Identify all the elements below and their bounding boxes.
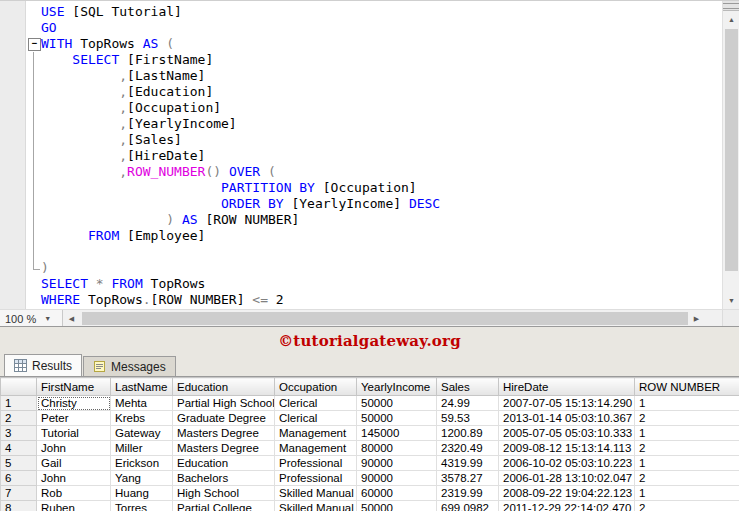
table-row: 2PeterKrebsGraduate DegreeClerical500005… xyxy=(1,411,739,426)
grid-cell[interactable]: 59.53 xyxy=(437,411,499,426)
grid-cell[interactable]: Yang xyxy=(111,471,173,486)
grid-cell[interactable]: 24.99 xyxy=(437,396,499,411)
grid-cell[interactable]: Clerical xyxy=(275,411,357,426)
grid-cell[interactable]: 1 xyxy=(635,396,739,411)
grid-cell[interactable]: 2008-09-22 19:04:22.123 xyxy=(499,486,635,501)
grid-cell[interactable]: 2 xyxy=(635,411,739,426)
grid-cell[interactable]: 2006-01-28 13:10:02.047 xyxy=(499,471,635,486)
grid-cell[interactable]: 60000 xyxy=(357,486,437,501)
grid-cell[interactable]: 80000 xyxy=(357,441,437,456)
grid-cell[interactable]: John xyxy=(37,471,111,486)
vertical-scrollbar-thumb[interactable] xyxy=(725,29,738,271)
horizontal-scrollbar[interactable]: 100 % ▼ ◀ ▶ xyxy=(0,309,739,326)
row-number-cell[interactable]: 6 xyxy=(1,471,37,486)
column-header[interactable]: LastName xyxy=(111,378,173,396)
row-number-cell[interactable]: 1 xyxy=(1,396,37,411)
code-line xyxy=(0,244,722,260)
grid-cell[interactable]: 145000 xyxy=(357,426,437,441)
row-number-cell[interactable]: 4 xyxy=(1,441,37,456)
row-number-cell[interactable]: 8 xyxy=(1,501,37,511)
grid-cell[interactable]: Mehta xyxy=(111,396,173,411)
grid-cell[interactable]: Skilled Manual xyxy=(275,501,357,511)
grid-cell[interactable]: 3578.27 xyxy=(437,471,499,486)
grid-cell[interactable]: Ruben xyxy=(37,501,111,511)
table-row: 5GailEricksonEducationProfessional900004… xyxy=(1,456,739,471)
grid-cell[interactable]: 699.0982 xyxy=(437,501,499,511)
grid-cell[interactable]: 90000 xyxy=(357,471,437,486)
column-header[interactable]: Occupation xyxy=(275,378,357,396)
grid-cell[interactable]: 2 xyxy=(635,471,739,486)
grid-cell[interactable]: Skilled Manual xyxy=(275,486,357,501)
grid-cell[interactable]: Partial College xyxy=(173,501,275,511)
grid-cell[interactable]: 4319.99 xyxy=(437,456,499,471)
grid-cell[interactable]: 50000 xyxy=(357,501,437,511)
column-header[interactable] xyxy=(1,378,37,396)
row-number-cell[interactable]: 5 xyxy=(1,456,37,471)
column-header[interactable]: Education xyxy=(173,378,275,396)
grid-cell[interactable]: 2013-01-14 05:03:10.367 xyxy=(499,411,635,426)
grid-cell[interactable]: 2009-08-12 15:13:14.113 xyxy=(499,441,635,456)
grid-cell[interactable]: 1 xyxy=(635,456,739,471)
grid-cell[interactable]: 1 xyxy=(635,486,739,501)
grid-cell[interactable]: Peter xyxy=(37,411,111,426)
grid-cell[interactable]: Christy xyxy=(37,396,111,411)
zoom-control[interactable]: 100 % ▼ xyxy=(0,310,63,327)
scroll-up-icon[interactable]: ▲ xyxy=(723,11,739,28)
grid-cell[interactable]: 2011-12-29 22:14:02.470 xyxy=(499,501,635,511)
grid-cell[interactable]: Management xyxy=(275,426,357,441)
grid-cell[interactable]: 50000 xyxy=(357,396,437,411)
grid-cell[interactable]: Masters Degree xyxy=(173,441,275,456)
row-number-cell[interactable]: 2 xyxy=(1,411,37,426)
row-number-cell[interactable]: 3 xyxy=(1,426,37,441)
grid-cell[interactable]: Professional xyxy=(275,471,357,486)
grid-cell[interactable]: 2319.99 xyxy=(437,486,499,501)
row-number-cell[interactable]: 7 xyxy=(1,486,37,501)
grid-cell[interactable]: Bachelors xyxy=(173,471,275,486)
grid-cell[interactable]: Tutorial xyxy=(37,426,111,441)
grid-cell[interactable]: 2320.49 xyxy=(437,441,499,456)
grid-cell[interactable]: 1200.89 xyxy=(437,426,499,441)
grid-cell[interactable]: Erickson xyxy=(111,456,173,471)
grid-cell[interactable]: Gateway xyxy=(111,426,173,441)
grid-cell[interactable]: Huang xyxy=(111,486,173,501)
grid-cell[interactable]: 2005-07-05 05:03:10.333 xyxy=(499,426,635,441)
grid-cell[interactable]: 2006-10-02 05:03:10.223 xyxy=(499,456,635,471)
code-text: ) AS [ROW NUMBER] xyxy=(41,212,299,228)
column-header[interactable]: FirstName xyxy=(37,378,111,396)
splitter-grip-icon[interactable] xyxy=(723,1,739,11)
scroll-down-icon[interactable]: ▼ xyxy=(723,292,739,309)
tab-results[interactable]: Results xyxy=(4,354,82,376)
column-header[interactable]: ROW NUMBER xyxy=(635,378,739,396)
grid-cell[interactable]: 1 xyxy=(635,426,739,441)
grid-cell[interactable]: Masters Degree xyxy=(173,426,275,441)
column-header[interactable]: Sales xyxy=(437,378,499,396)
grid-cell[interactable]: Partial High School xyxy=(173,396,275,411)
grid-cell[interactable]: Gail xyxy=(37,456,111,471)
column-header[interactable]: YearlyIncome xyxy=(357,378,437,396)
tab-messages[interactable]: Messages xyxy=(83,356,176,376)
scroll-left-icon[interactable]: ◀ xyxy=(63,310,80,327)
grid-cell[interactable]: 2 xyxy=(635,501,739,511)
grid-cell[interactable]: Krebs xyxy=(111,411,173,426)
grid-cell[interactable]: Professional xyxy=(275,456,357,471)
grid-cell[interactable]: John xyxy=(37,441,111,456)
grid-cell[interactable]: Clerical xyxy=(275,396,357,411)
grid-cell[interactable]: 2007-07-05 15:13:14.290 xyxy=(499,396,635,411)
vertical-scrollbar[interactable]: ▲ ▼ xyxy=(722,1,739,309)
grid-cell[interactable]: High School xyxy=(173,486,275,501)
query-editor[interactable]: USE [SQL Tutorial]GOWITH TopRows AS ( SE… xyxy=(0,1,722,309)
grid-cell[interactable]: Graduate Degree xyxy=(173,411,275,426)
grid-cell[interactable]: Rob xyxy=(37,486,111,501)
grid-cell[interactable]: Torres xyxy=(111,501,173,511)
grid-cell[interactable]: 50000 xyxy=(357,411,437,426)
grid-cell[interactable]: Miller xyxy=(111,441,173,456)
column-header[interactable]: HireDate xyxy=(499,378,635,396)
grid-cell[interactable]: 2 xyxy=(635,441,739,456)
scroll-right-icon[interactable]: ▶ xyxy=(688,310,705,327)
grid-cell[interactable]: Management xyxy=(275,441,357,456)
grid-cell[interactable]: Education xyxy=(173,456,275,471)
grid-cell[interactable]: 90000 xyxy=(357,456,437,471)
fold-collapse-icon[interactable] xyxy=(27,36,41,52)
message-icon xyxy=(93,360,106,373)
horizontal-scrollbar-thumb[interactable] xyxy=(82,312,702,325)
